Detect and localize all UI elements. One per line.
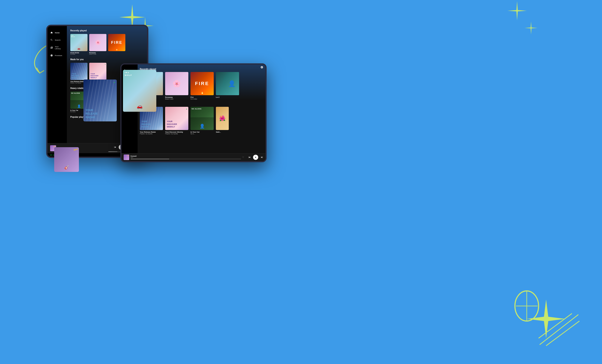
- player-bar-small: april Farewell April ♡: [121, 153, 266, 161]
- prev-icon-large[interactable]: [114, 146, 117, 149]
- sidebar-item-library-large[interactable]: Your Library: [47, 44, 67, 51]
- sidebar-large: Home Search Your Library: [47, 26, 67, 143]
- card-runaway-small[interactable]: 🌸 Runaway Beast Coast: [165, 72, 188, 100]
- settings-icon-small[interactable]: [260, 66, 263, 69]
- track-info-small: april Farewell April ♡: [124, 155, 244, 160]
- top-bar-small: [258, 64, 266, 70]
- library-icon: [50, 46, 53, 49]
- sidebar-item-premium-large[interactable]: Premium: [47, 52, 67, 59]
- prev-icon-small[interactable]: [248, 156, 251, 159]
- progress-bar-small[interactable]: [130, 159, 241, 159]
- card-sablier-small[interactable]: 🌺 Sabl...: [216, 107, 229, 135]
- svg-point-0: [515, 291, 538, 321]
- main-content-small: Recently played IRAWOLF 🚗 Great Divide I…: [138, 64, 266, 153]
- ira-wolf-large-card: IRAWOLF 🚗: [123, 70, 156, 112]
- player-artist-small: April: [130, 157, 241, 158]
- made-for-you-row-small: YourReleaseRadar ●: [140, 107, 263, 135]
- card-fire-large[interactable]: FIRE 🔥 Fire: [108, 34, 125, 55]
- card-lo2-small[interactable]: 👤 Lo 2: [216, 72, 239, 100]
- premium-icon: [50, 54, 53, 57]
- card-great-divide-large[interactable]: IRAWOLF 🚗 Great Divide Ira Wolff: [70, 34, 87, 55]
- sidebar-item-search-large[interactable]: Search: [47, 37, 67, 43]
- next-icon-small[interactable]: [260, 156, 263, 159]
- recently-played-row-small: IRAWOLF 🚗 Great Divide Ira Wolff 🌸 Runaw…: [140, 72, 263, 100]
- made-for-you-title-large: Made for you: [70, 58, 144, 61]
- recently-played-title-large: Recently played: [70, 30, 144, 32]
- recently-played-row-large: IRAWOLF 🚗 Great Divide Ira Wolff 🌸 Runaw…: [70, 34, 144, 55]
- card-runaway-large[interactable]: 🌸 Runaway Beast Coast: [89, 34, 107, 55]
- card-no-aloha-small[interactable]: NO ALOHA 👤 In Your Car No A...: [191, 107, 214, 135]
- home-icon: [50, 31, 53, 34]
- release-radar-large-card: ● YourReleaseRadar: [83, 80, 117, 121]
- made-for-you-title-small: Made for you: [140, 103, 263, 105]
- april-large-card: april 🎸: [54, 147, 79, 172]
- heart-icon-small[interactable]: ♡: [242, 156, 244, 158]
- card-fire-small[interactable]: FIRE 🔥 Fire Kid Indigo: [191, 72, 214, 100]
- sidebar-item-home-large[interactable]: Home: [47, 30, 67, 36]
- card-discover-weekly-small[interactable]: YourDiscoverWeekly ● Your Discover Weekl…: [165, 107, 188, 135]
- play-button-small[interactable]: [253, 155, 258, 160]
- player-controls-small: [248, 155, 263, 160]
- player-track-title-small: Farewell: [130, 155, 241, 157]
- search-icon: [50, 39, 53, 42]
- recently-played-title-small: Recently played: [140, 68, 263, 70]
